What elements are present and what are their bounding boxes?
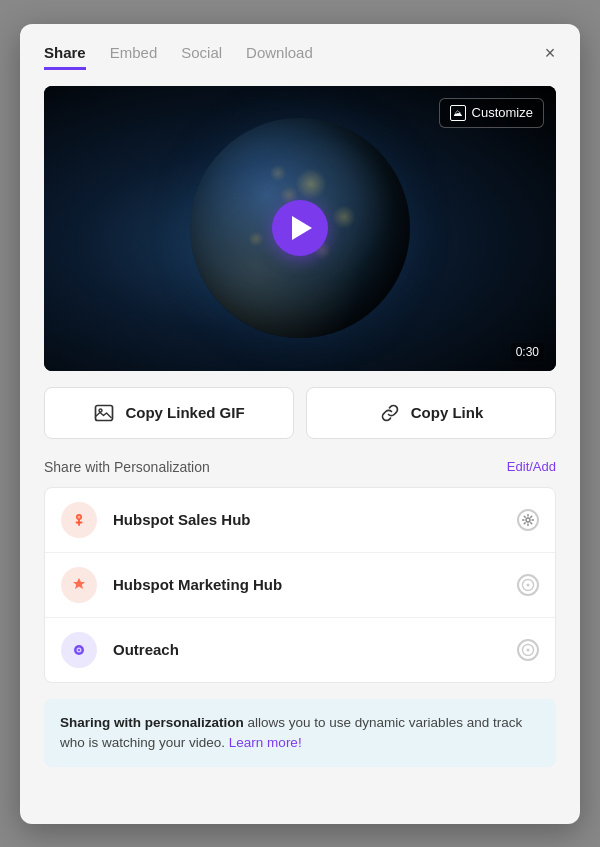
outreach-action[interactable] [517,639,539,661]
learn-more-link[interactable]: Learn more! [229,735,302,750]
svg-point-11 [527,648,530,651]
edit-add-link[interactable]: Edit/Add [507,459,556,474]
video-duration: 0:30 [511,343,544,361]
info-box: Sharing with personalization allows you … [44,699,556,768]
hubspot-marketing-logo [61,567,97,603]
close-button[interactable]: × [536,40,564,68]
hubspot-sales-name: Hubspot Sales Hub [113,511,517,528]
integration-item-outreach[interactable]: Outreach [45,618,555,682]
svg-rect-0 [96,405,113,420]
customize-image-icon [450,105,466,121]
customize-button[interactable]: Customize [439,98,544,128]
svg-point-1 [99,409,102,412]
image-icon [93,402,115,424]
hubspot-sales-action[interactable] [517,509,539,531]
hubspot-sales-logo [61,502,97,538]
svg-point-4 [526,518,530,522]
personalization-header: Share with Personalization Edit/Add [44,459,556,475]
play-icon [292,216,312,240]
svg-point-9 [78,649,80,651]
personalization-label: Share with Personalization [44,459,210,475]
integration-item-hubspot-marketing[interactable]: Hubspot Marketing Hub [45,553,555,618]
tab-embed[interactable]: Embed [110,44,158,70]
copy-link-button[interactable]: Copy Link [306,387,556,439]
copy-linked-gif-button[interactable]: Copy Linked GIF [44,387,294,439]
hubspot-marketing-action[interactable] [517,574,539,596]
hubspot-marketing-name: Hubspot Marketing Hub [113,576,517,593]
svg-point-6 [527,583,530,586]
outreach-name: Outreach [113,641,517,658]
play-button[interactable] [272,200,328,256]
action-buttons: Copy Linked GIF Copy Link [44,387,556,439]
share-modal: × Share Embed Social Download Customize [20,24,580,824]
svg-point-3 [78,515,81,518]
video-player: Customize 0:30 [44,86,556,371]
tab-social[interactable]: Social [181,44,222,70]
info-bold-text: Sharing with personalization [60,715,244,730]
tab-download[interactable]: Download [246,44,313,70]
integration-item-hubspot-sales[interactable]: Hubspot Sales Hub [45,488,555,553]
integration-list: Hubspot Sales Hub Hubspot Marketing Hub [44,487,556,683]
outreach-logo [61,632,97,668]
link-icon [379,402,401,424]
tab-bar: Share Embed Social Download [44,44,556,70]
tab-share[interactable]: Share [44,44,86,70]
